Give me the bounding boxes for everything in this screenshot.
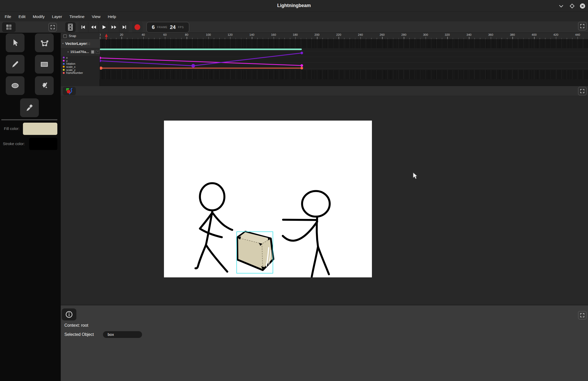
record-button[interactable]: [132, 22, 143, 32]
ellipse-icon: [11, 81, 20, 90]
rectangle-icon: [40, 60, 49, 69]
ruler-tick: [236, 38, 236, 39]
canvas-expand-button[interactable]: [578, 87, 586, 95]
skip-to-start-button[interactable]: [78, 22, 88, 32]
ruler-tick: [534, 37, 535, 39]
panel-grid-button[interactable]: [2, 22, 16, 32]
ruler-label: 180: [293, 33, 298, 36]
canvas-tab-button[interactable]: [63, 87, 76, 95]
ruler-tick: [344, 38, 345, 39]
pencil-tool-button[interactable]: [6, 55, 24, 74]
property-color-dot: [63, 57, 65, 58]
eyedropper-tool-button[interactable]: [20, 98, 39, 117]
maximize-diamond-icon[interactable]: [569, 3, 575, 9]
property-rotation[interactable]: rotation: [61, 62, 100, 65]
fps-number: 24: [170, 24, 176, 30]
property-list: xyrotationscale_xscale_yframeNumber: [61, 56, 100, 74]
timeline-film-button[interactable]: [65, 22, 76, 32]
fill-color-swatch[interactable]: [23, 123, 57, 135]
ruler-tick: [154, 38, 155, 39]
info-button[interactable]: [62, 308, 76, 320]
frames-track-vectorlayer[interactable]: [100, 39, 588, 48]
play-button[interactable]: [99, 22, 109, 32]
property-scale_x[interactable]: scale_x: [61, 65, 100, 68]
inspector-expand-button[interactable]: [578, 311, 586, 319]
collapse-triangle-icon[interactable]: ▾: [62, 42, 64, 45]
ruler-tick: [464, 38, 464, 39]
menu-layer[interactable]: Layer: [48, 12, 66, 21]
fast-forward-button[interactable]: [109, 22, 119, 32]
property-frameNumber[interactable]: frameNumber: [61, 71, 100, 74]
ruler-tick: [209, 37, 209, 39]
animation-stage[interactable]: [164, 121, 372, 277]
ruler-tick: [485, 38, 486, 39]
ruler-tick: [214, 38, 214, 39]
ruler-tick: [328, 38, 328, 39]
ruler-tick: [198, 38, 198, 39]
property-y[interactable]: y: [61, 59, 100, 62]
ellipse-tool-button[interactable]: [6, 76, 24, 95]
timeline-expand-button[interactable]: [578, 22, 586, 30]
paint-bucket-tool-button[interactable]: [35, 76, 54, 95]
rectangle-tool-button[interactable]: [35, 55, 54, 74]
ruler-tick: [523, 38, 524, 39]
ruler-tick: [480, 38, 480, 39]
snap-label: Snap: [69, 34, 76, 38]
stick-figure-left: [195, 183, 232, 272]
node-editor-tool-button[interactable]: [35, 33, 54, 52]
ruler-tick: [219, 38, 220, 39]
filmstrip-icon: [68, 23, 73, 31]
ruler-tick: [138, 38, 138, 39]
ruler-tick: [263, 38, 263, 39]
timeline-ruler[interactable]: 0204060801001201401601802002202402602803…: [100, 33, 588, 39]
left-panel-expand-button[interactable]: [48, 23, 57, 31]
menu-file[interactable]: File: [1, 12, 15, 21]
fps-label: FPS: [178, 26, 184, 29]
ruler-tick: [192, 38, 193, 39]
ruler-label: 420: [553, 33, 558, 36]
rewind-button[interactable]: [88, 22, 99, 32]
ruler-tick: [529, 38, 529, 39]
ruler-tick: [426, 37, 426, 39]
ruler-label: 280: [401, 33, 406, 36]
stroke-color-swatch[interactable]: [29, 138, 57, 150]
ruler-label: 100: [206, 33, 211, 36]
tool-panel: Fill color: Stroke color:: [0, 33, 61, 381]
ruler-label: 380: [510, 33, 515, 36]
canvas-panel: [61, 86, 588, 305]
ruler-label: 140: [249, 33, 254, 36]
property-name: rotation: [66, 62, 75, 65]
property-scale_y[interactable]: scale_y: [61, 68, 100, 72]
frames-track-bottom[interactable]: [100, 70, 588, 79]
skip-to-end-button[interactable]: [119, 22, 129, 32]
ruler-label: 300: [423, 33, 428, 36]
layer-badge: [L]: [87, 42, 90, 45]
select-cursor-icon: [11, 39, 19, 47]
keyframe-curve-area[interactable]: [100, 48, 588, 70]
layer-row-vectorlayer[interactable]: ▾ VectorLayer [L]: [61, 39, 100, 48]
close-icon[interactable]: [580, 3, 585, 9]
ruler-tick: [116, 38, 117, 39]
layer-row-object[interactable]: ▾ 151ad70a... ~: [61, 48, 100, 56]
selected-object-input[interactable]: box: [103, 331, 142, 338]
ruler-tick: [333, 38, 334, 39]
layer-tilde-toggle[interactable]: ~: [96, 50, 100, 54]
property-x[interactable]: x: [61, 56, 100, 59]
menu-help[interactable]: Help: [104, 12, 120, 21]
ruler-tick: [355, 38, 356, 39]
layer-name: VectorLayer: [65, 41, 87, 46]
collapse-triangle-icon[interactable]: ▾: [68, 51, 69, 53]
ruler-label: 220: [336, 33, 341, 36]
minimize-chevron-icon[interactable]: [558, 3, 564, 9]
ruler-label: 240: [358, 33, 363, 36]
ruler-tick: [491, 37, 491, 39]
select-tool-button[interactable]: [6, 33, 24, 52]
ruler-tick: [366, 38, 366, 39]
snap-checkbox[interactable]: [63, 34, 67, 38]
menu-edit[interactable]: Edit: [15, 12, 29, 21]
menu-timeline[interactable]: Timeline: [66, 12, 88, 21]
menu-view[interactable]: View: [88, 12, 104, 21]
menu-modify[interactable]: Modify: [29, 12, 48, 21]
ruler-tick: [474, 38, 475, 39]
layer-square-toggle[interactable]: [91, 50, 95, 54]
